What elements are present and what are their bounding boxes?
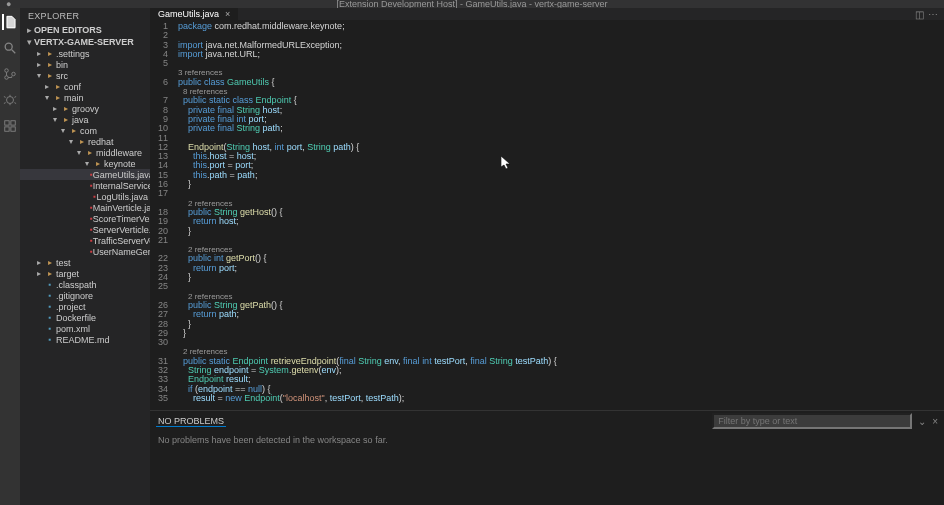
file--gitignore[interactable]: ▪.gitignore — [20, 290, 150, 301]
file-icon: ▪ — [44, 291, 56, 300]
tree-item-label: .settings — [56, 49, 90, 59]
tree-item-label: target — [56, 269, 79, 279]
file-LogUtils-java[interactable]: ▪LogUtils.java — [20, 191, 150, 202]
svg-rect-7 — [11, 127, 15, 131]
file-icon: ▪ — [44, 313, 56, 322]
file-icon: ▪ — [44, 302, 56, 311]
folder-com[interactable]: ▾▸com — [20, 125, 150, 136]
source-control-icon[interactable] — [2, 66, 18, 82]
tree-item-label: java — [72, 115, 89, 125]
folder-keynote[interactable]: ▾▸keynote — [20, 158, 150, 169]
folder-icon: ▸ — [44, 60, 56, 69]
folder-java[interactable]: ▾▸java — [20, 114, 150, 125]
open-editors-section[interactable]: ▸OPEN EDITORS — [20, 24, 150, 36]
activity-bar — [0, 8, 20, 505]
folder-main[interactable]: ▾▸main — [20, 92, 150, 103]
file-TrafficServerVertl-[interactable]: ▪TrafficServerVertl… — [20, 235, 150, 246]
open-editors-label: OPEN EDITORS — [34, 25, 102, 35]
tree-item-label: GameUtils.java — [93, 170, 150, 180]
chevron-right-icon: ▸ — [42, 82, 52, 91]
tree-item-label: bin — [56, 60, 68, 70]
problems-tab[interactable]: NO PROBLEMS — [156, 416, 226, 427]
file-InternalServiceVer-[interactable]: ▪InternalServiceVer… — [20, 180, 150, 191]
window-titlebar: ● [Extension Development Host] - GameUti… — [0, 0, 944, 8]
tree-item-label: main — [64, 93, 84, 103]
chevron-down-icon: ▾ — [24, 37, 34, 47]
tree-item-label: redhat — [88, 137, 114, 147]
panel-message: No problems have been detected in the wo… — [150, 431, 944, 449]
svg-rect-4 — [5, 121, 9, 125]
chevron-right-icon: ▸ — [50, 104, 60, 113]
more-actions-icon[interactable]: ⋯ — [928, 9, 938, 20]
file-GameUtils-java[interactable]: ▪GameUtils.java — [20, 169, 150, 180]
folder--settings[interactable]: ▸▸.settings — [20, 48, 150, 59]
chevron-down-icon: ▾ — [50, 115, 60, 124]
tree-item-label: .classpath — [56, 280, 97, 290]
file-icon: ▪ — [44, 280, 56, 289]
folder-icon: ▸ — [68, 126, 80, 135]
file-UserNameGenerat-[interactable]: ▪UserNameGenerat… — [20, 246, 150, 257]
collapse-panel-icon[interactable]: ⌄ — [918, 416, 926, 427]
split-editor-icon[interactable]: ◫ — [915, 9, 924, 20]
chevron-down-icon: ▾ — [66, 137, 76, 146]
close-icon[interactable]: × — [225, 9, 230, 19]
file-ScoreTimerVerticl-[interactable]: ▪ScoreTimerVerticl… — [20, 213, 150, 224]
explorer-icon[interactable] — [2, 14, 18, 30]
folder-target[interactable]: ▸▸target — [20, 268, 150, 279]
chevron-down-icon: ▾ — [74, 148, 84, 157]
chevron-right-icon: ▸ — [34, 49, 44, 58]
tree-item-label: .project — [56, 302, 86, 312]
svg-rect-5 — [11, 121, 15, 125]
folder-src[interactable]: ▾▸src — [20, 70, 150, 81]
tree-item-label: conf — [64, 82, 81, 92]
svg-rect-6 — [5, 127, 9, 131]
line-gutter: 1234567891011121314151617181920212223242… — [150, 20, 174, 410]
tree-item-label: LogUtils.java — [96, 192, 148, 202]
tree-item-label: com — [80, 126, 97, 136]
file-ServerVerticle-java[interactable]: ▪ServerVerticle.java — [20, 224, 150, 235]
code-editor[interactable]: 1234567891011121314151617181920212223242… — [150, 20, 944, 410]
filter-input[interactable] — [712, 413, 912, 429]
file-pom-xml[interactable]: ▪pom.xml — [20, 323, 150, 334]
workspace-section[interactable]: ▾VERTX-GAME-SERVER — [20, 36, 150, 48]
tree-item-label: src — [56, 71, 68, 81]
circle-icon: ● — [6, 0, 11, 9]
search-icon[interactable] — [2, 40, 18, 56]
tree-item-label: keynote — [104, 159, 136, 169]
file-README-md[interactable]: ▪README.md — [20, 334, 150, 345]
file-icon: ▪ — [44, 335, 56, 344]
svg-point-0 — [5, 43, 12, 50]
file--project[interactable]: ▪.project — [20, 301, 150, 312]
folder-icon: ▸ — [92, 159, 104, 168]
folder-icon: ▸ — [44, 269, 56, 278]
folder-icon: ▸ — [44, 71, 56, 80]
tree-item-label: ScoreTimerVerticl… — [93, 214, 150, 224]
tree-item-label: InternalServiceVer… — [93, 181, 150, 191]
svg-point-1 — [5, 69, 9, 73]
tree-item-label: README.md — [56, 335, 110, 345]
extensions-icon[interactable] — [2, 118, 18, 134]
file-MainVerticle-java[interactable]: ▪MainVerticle.java — [20, 202, 150, 213]
folder-conf[interactable]: ▸▸conf — [20, 81, 150, 92]
file-Dockerfile[interactable]: ▪Dockerfile — [20, 312, 150, 323]
debug-icon[interactable] — [2, 92, 18, 108]
tree-item-label: Dockerfile — [56, 313, 96, 323]
folder-bin[interactable]: ▸▸bin — [20, 59, 150, 70]
tree-item-label: pom.xml — [56, 324, 90, 334]
file-tree: ▸▸.settings▸▸bin▾▸src▸▸conf▾▸main▸▸groov… — [20, 48, 150, 505]
tree-item-label: UserNameGenerat… — [93, 247, 150, 257]
folder-redhat[interactable]: ▾▸redhat — [20, 136, 150, 147]
file--classpath[interactable]: ▪.classpath — [20, 279, 150, 290]
tree-item-label: ServerVerticle.java — [93, 225, 150, 235]
folder-groovy[interactable]: ▸▸groovy — [20, 103, 150, 114]
folder-test[interactable]: ▸▸test — [20, 257, 150, 268]
folder-icon: ▸ — [52, 93, 64, 102]
chevron-down-icon: ▾ — [58, 126, 68, 135]
tree-item-label: MainVerticle.java — [93, 203, 150, 213]
folder-middleware[interactable]: ▾▸middleware — [20, 147, 150, 158]
tree-item-label: groovy — [72, 104, 99, 114]
tab-gameutils[interactable]: GameUtils.java × — [150, 8, 239, 20]
code-source[interactable]: package com.redhat.middleware.keynote;im… — [174, 20, 944, 410]
chevron-right-icon: ▸ — [34, 269, 44, 278]
close-panel-icon[interactable]: × — [932, 416, 938, 427]
